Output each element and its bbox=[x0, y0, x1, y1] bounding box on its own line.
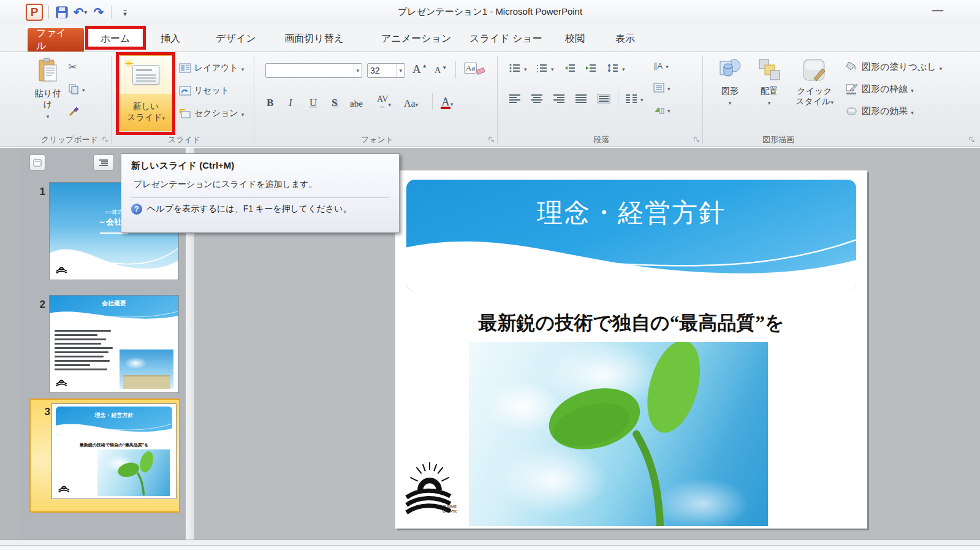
numbering-dropdown-icon[interactable] bbox=[551, 63, 554, 73]
quick-styles-dropdown-icon[interactable] bbox=[830, 96, 834, 106]
font-color-button[interactable]: A bbox=[441, 93, 454, 110]
shape-outline-dropdown-icon[interactable] bbox=[911, 84, 914, 94]
shape-effects-button[interactable]: 図形の効果 bbox=[845, 103, 914, 119]
section-dropdown-icon[interactable] bbox=[241, 109, 245, 118]
font-size-combobox[interactable]: 32▾ bbox=[367, 63, 405, 78]
tab-home[interactable]: ホーム bbox=[89, 29, 141, 48]
bold-button[interactable]: B bbox=[267, 93, 273, 110]
paste-button[interactable]: 貼り付け bbox=[31, 58, 64, 131]
minimize-button[interactable]: — bbox=[932, 4, 943, 17]
reset-button[interactable]: リセット bbox=[179, 83, 229, 99]
shapes-button[interactable]: 図形 bbox=[713, 58, 747, 131]
cut-button[interactable]: ✂ bbox=[68, 59, 77, 75]
distribute-button[interactable] bbox=[597, 91, 610, 107]
align-right-button[interactable] bbox=[553, 91, 565, 107]
shrink-font-button[interactable]: A▼ bbox=[435, 63, 447, 78]
slide3-sprout-photo bbox=[97, 449, 170, 496]
tab-file[interactable]: ファイル bbox=[28, 28, 84, 52]
align-right-icon bbox=[553, 94, 565, 104]
font-name-combobox[interactable]: ▾ bbox=[265, 63, 362, 78]
tooltip-help-text: ヘルプを表示するには、F1 キーを押してください。 bbox=[147, 204, 351, 215]
tab-transitions[interactable]: 画面切り替え bbox=[276, 29, 352, 48]
text-direction-dropdown-icon[interactable] bbox=[666, 61, 669, 71]
change-case-dropdown-icon[interactable] bbox=[416, 98, 419, 109]
new-slide-dropdown-icon[interactable] bbox=[162, 112, 165, 122]
increase-indent-button[interactable] bbox=[585, 60, 597, 76]
font-dialog-launcher[interactable] bbox=[488, 137, 496, 144]
notes-pane-splitter[interactable] bbox=[0, 540, 980, 545]
layout-button[interactable]: レイアウト bbox=[179, 60, 244, 76]
align-text-button[interactable] bbox=[653, 80, 670, 96]
sprout-photo[interactable] bbox=[469, 342, 768, 526]
layout-dropdown-icon[interactable] bbox=[241, 63, 245, 73]
bullets-dropdown-icon[interactable] bbox=[524, 63, 527, 73]
shape-fill-dropdown-icon[interactable] bbox=[940, 62, 943, 72]
columns-dropdown-icon[interactable] bbox=[640, 94, 644, 104]
bold-icon: B bbox=[267, 97, 273, 109]
justify-button[interactable] bbox=[575, 91, 587, 107]
slide-title-banner[interactable]: 理念・経営方針 bbox=[406, 180, 856, 291]
align-center-button[interactable] bbox=[531, 91, 543, 107]
slide-thumbnail-3[interactable]: 理念・経営方針 最新鋭の技術で独自の“最高品質”を bbox=[51, 403, 177, 499]
slide2-logo bbox=[55, 374, 68, 389]
shape-effects-dropdown-icon[interactable] bbox=[911, 106, 914, 116]
quick-styles-button[interactable]: クイック スタイル bbox=[791, 58, 838, 131]
tab-animations[interactable]: アニメーション bbox=[373, 29, 460, 48]
change-case-button[interactable]: Aa bbox=[404, 93, 418, 110]
arrange-dropdown-icon[interactable] bbox=[768, 97, 771, 107]
font-name-dropdown-icon[interactable]: ▾ bbox=[354, 64, 359, 77]
decrease-indent-button[interactable] bbox=[564, 60, 576, 76]
align-left-button[interactable] bbox=[509, 91, 521, 107]
tab-review[interactable]: 校閲 bbox=[556, 29, 593, 48]
shape-outline-button[interactable]: 図形の枠線 bbox=[845, 81, 914, 97]
slide2-text-block bbox=[55, 327, 116, 373]
columns-button[interactable] bbox=[625, 91, 644, 107]
drawing-dialog-launcher[interactable] bbox=[969, 137, 976, 144]
strikethrough-button[interactable]: abe bbox=[350, 93, 363, 110]
clipboard-dialog-launcher[interactable] bbox=[102, 137, 110, 144]
line-spacing-dropdown-icon[interactable] bbox=[622, 63, 625, 73]
clear-formatting-button[interactable]: Aa bbox=[464, 60, 485, 76]
character-spacing-dropdown-icon[interactable] bbox=[388, 99, 391, 109]
text-direction-button[interactable]: ∥A bbox=[653, 58, 669, 74]
section-button[interactable]: セクション bbox=[179, 105, 244, 121]
arrange-label: 配置 bbox=[761, 86, 778, 97]
convert-smartart-dropdown-icon[interactable] bbox=[667, 105, 670, 115]
arrange-button[interactable]: 配置 bbox=[752, 58, 786, 131]
align-text-dropdown-icon[interactable] bbox=[667, 83, 670, 93]
tab-view[interactable]: 表示 bbox=[607, 29, 644, 48]
group-label-drawing: 図形描画 bbox=[705, 134, 851, 145]
underline-button[interactable]: U bbox=[310, 93, 317, 110]
text-shadow-button[interactable]: S bbox=[332, 93, 337, 110]
paste-dropdown-icon[interactable] bbox=[47, 110, 50, 120]
paragraph-dialog-launcher[interactable] bbox=[694, 137, 701, 144]
character-spacing-button[interactable]: AV↔ bbox=[377, 93, 391, 110]
font-size-value: 32 bbox=[370, 66, 380, 75]
company-logo[interactable]: SUMMER VACATION bbox=[403, 461, 457, 521]
copy-dropdown-icon[interactable] bbox=[82, 84, 85, 94]
font-color-dropdown-icon[interactable] bbox=[450, 96, 454, 109]
line-spacing-button[interactable] bbox=[607, 60, 625, 76]
tab-insert[interactable]: 挿入 bbox=[152, 29, 189, 48]
numbering-button[interactable] bbox=[536, 60, 554, 76]
shape-fill-button[interactable]: 図形の塗りつぶし bbox=[845, 59, 942, 75]
slides-tab-button[interactable] bbox=[29, 155, 45, 170]
tab-slideshow[interactable]: スライド ショー bbox=[461, 29, 551, 48]
format-painter-button[interactable] bbox=[68, 103, 80, 119]
italic-button[interactable]: I bbox=[289, 93, 292, 110]
convert-smartart-button[interactable] bbox=[653, 102, 670, 118]
new-slide-button[interactable]: ✳ 新しい スライド bbox=[119, 55, 173, 131]
slide-body-text[interactable]: 最新鋭の技術で独自の“最高品質”を bbox=[395, 310, 867, 336]
bullets-button[interactable] bbox=[509, 60, 527, 76]
slide-title-text[interactable]: 理念・経営方針 bbox=[406, 196, 856, 230]
shapes-dropdown-icon[interactable] bbox=[729, 97, 732, 107]
copy-button[interactable] bbox=[68, 81, 85, 97]
wave-graphic bbox=[50, 245, 178, 280]
grow-font-button[interactable]: A▲ bbox=[412, 61, 427, 77]
tab-design[interactable]: デザイン bbox=[207, 29, 265, 48]
slide-thumbnail-2[interactable]: 会社概要 bbox=[49, 295, 179, 393]
shape-outline-label: 図形の枠線 bbox=[862, 83, 908, 95]
outline-tab-button[interactable] bbox=[93, 155, 114, 170]
shapes-icon bbox=[718, 58, 742, 82]
font-size-dropdown-icon[interactable]: ▾ bbox=[397, 64, 402, 77]
